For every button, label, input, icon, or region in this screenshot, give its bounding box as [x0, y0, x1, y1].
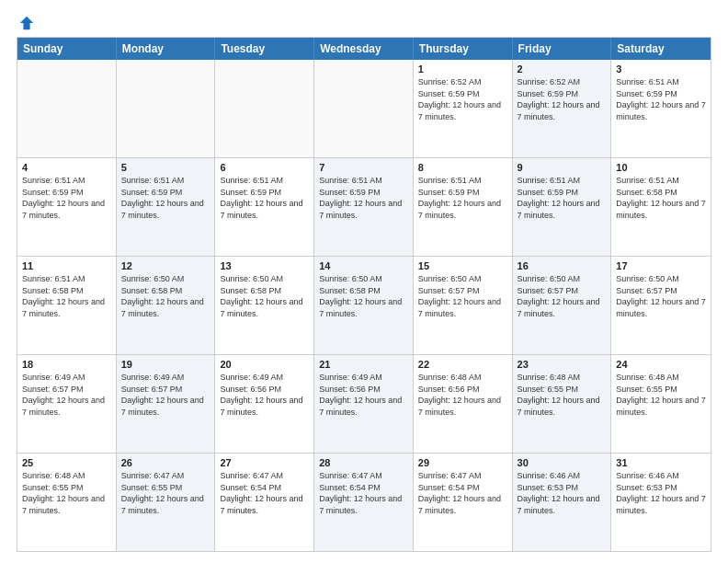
cal-cell: 20Sunrise: 6:49 AMSunset: 6:56 PMDayligh… — [215, 355, 314, 453]
cell-info: Sunrise: 6:50 AMSunset: 6:57 PMDaylight:… — [518, 273, 607, 319]
cal-cell: 17Sunrise: 6:50 AMSunset: 6:57 PMDayligh… — [611, 257, 711, 354]
cell-info: Sunrise: 6:48 AMSunset: 6:55 PMDaylight:… — [22, 470, 111, 516]
header-day-tuesday: Tuesday — [215, 38, 314, 60]
day-number: 16 — [518, 260, 607, 271]
cal-cell: 23Sunrise: 6:48 AMSunset: 6:55 PMDayligh… — [513, 355, 612, 453]
cal-cell: 28Sunrise: 6:47 AMSunset: 6:54 PMDayligh… — [314, 454, 414, 551]
cal-cell: 24Sunrise: 6:48 AMSunset: 6:55 PMDayligh… — [611, 355, 711, 453]
day-number: 2 — [518, 63, 607, 75]
cell-info: Sunrise: 6:49 AMSunset: 6:57 PMDaylight:… — [22, 372, 111, 418]
cell-info: Sunrise: 6:47 AMSunset: 6:55 PMDaylight:… — [121, 470, 210, 516]
logo-icon — [18, 15, 35, 31]
calendar-row-2: 11Sunrise: 6:51 AMSunset: 6:58 PMDayligh… — [17, 256, 711, 354]
cal-cell — [117, 60, 216, 157]
cell-info: Sunrise: 6:46 AMSunset: 6:53 PMDaylight:… — [616, 470, 706, 516]
cell-info: Sunrise: 6:50 AMSunset: 6:57 PMDaylight:… — [616, 273, 706, 319]
cell-info: Sunrise: 6:49 AMSunset: 6:57 PMDaylight:… — [121, 372, 210, 418]
cell-info: Sunrise: 6:51 AMSunset: 6:59 PMDaylight:… — [319, 175, 408, 221]
cell-info: Sunrise: 6:47 AMSunset: 6:54 PMDaylight:… — [220, 470, 309, 516]
header-day-sunday: Sunday — [17, 38, 117, 60]
day-number: 23 — [518, 359, 607, 370]
cal-cell: 19Sunrise: 6:49 AMSunset: 6:57 PMDayligh… — [117, 355, 216, 453]
cell-info: Sunrise: 6:46 AMSunset: 6:53 PMDaylight:… — [518, 470, 607, 516]
cell-info: Sunrise: 6:51 AMSunset: 6:59 PMDaylight:… — [418, 175, 507, 221]
cal-cell: 13Sunrise: 6:50 AMSunset: 6:58 PMDayligh… — [215, 257, 314, 354]
cell-info: Sunrise: 6:48 AMSunset: 6:56 PMDaylight:… — [418, 372, 507, 418]
day-number: 30 — [518, 457, 607, 468]
cal-cell: 4Sunrise: 6:51 AMSunset: 6:59 PMDaylight… — [17, 158, 117, 256]
svg-marker-0 — [20, 17, 33, 29]
day-number: 9 — [518, 162, 607, 173]
cell-info: Sunrise: 6:47 AMSunset: 6:54 PMDaylight:… — [319, 470, 408, 516]
cell-info: Sunrise: 6:47 AMSunset: 6:54 PMDaylight:… — [418, 470, 507, 516]
day-number: 15 — [418, 260, 507, 271]
cell-info: Sunrise: 6:51 AMSunset: 6:58 PMDaylight:… — [616, 175, 706, 221]
logo — [17, 15, 35, 28]
page: SundayMondayTuesdayWednesdayThursdayFrid… — [0, 0, 728, 563]
day-number: 4 — [22, 162, 111, 173]
cell-info: Sunrise: 6:50 AMSunset: 6:57 PMDaylight:… — [418, 273, 507, 319]
cal-cell: 14Sunrise: 6:50 AMSunset: 6:58 PMDayligh… — [314, 257, 414, 354]
calendar-body: 1Sunrise: 6:52 AMSunset: 6:59 PMDaylight… — [17, 60, 711, 551]
cal-cell: 21Sunrise: 6:49 AMSunset: 6:56 PMDayligh… — [314, 355, 414, 453]
header — [17, 15, 711, 28]
day-number: 5 — [121, 162, 210, 173]
cal-cell: 6Sunrise: 6:51 AMSunset: 6:59 PMDaylight… — [215, 158, 314, 256]
header-day-saturday: Saturday — [611, 38, 711, 60]
cal-cell — [215, 60, 314, 157]
cal-cell: 9Sunrise: 6:51 AMSunset: 6:59 PMDaylight… — [513, 158, 612, 256]
calendar-row-3: 18Sunrise: 6:49 AMSunset: 6:57 PMDayligh… — [17, 354, 711, 453]
calendar: SundayMondayTuesdayWednesdayThursdayFrid… — [17, 37, 711, 552]
day-number: 14 — [319, 260, 408, 271]
day-number: 3 — [616, 63, 706, 75]
cal-cell: 1Sunrise: 6:52 AMSunset: 6:59 PMDaylight… — [414, 60, 513, 157]
cal-cell: 11Sunrise: 6:51 AMSunset: 6:58 PMDayligh… — [17, 257, 117, 354]
cell-info: Sunrise: 6:50 AMSunset: 6:58 PMDaylight:… — [220, 273, 309, 319]
calendar-row-1: 4Sunrise: 6:51 AMSunset: 6:59 PMDaylight… — [17, 157, 711, 256]
day-number: 7 — [319, 162, 408, 173]
cal-cell: 30Sunrise: 6:46 AMSunset: 6:53 PMDayligh… — [513, 454, 612, 551]
cell-info: Sunrise: 6:51 AMSunset: 6:59 PMDaylight:… — [22, 175, 111, 221]
day-number: 22 — [418, 359, 507, 370]
day-number: 28 — [319, 457, 408, 468]
day-number: 18 — [22, 359, 111, 370]
cal-cell: 27Sunrise: 6:47 AMSunset: 6:54 PMDayligh… — [215, 454, 314, 551]
cell-info: Sunrise: 6:50 AMSunset: 6:58 PMDaylight:… — [121, 273, 210, 319]
cal-cell: 7Sunrise: 6:51 AMSunset: 6:59 PMDaylight… — [314, 158, 414, 256]
day-number: 17 — [616, 260, 706, 271]
day-number: 27 — [220, 457, 309, 468]
header-day-friday: Friday — [513, 38, 612, 60]
cell-info: Sunrise: 6:49 AMSunset: 6:56 PMDaylight:… — [220, 372, 309, 418]
cell-info: Sunrise: 6:48 AMSunset: 6:55 PMDaylight:… — [616, 372, 706, 418]
day-number: 6 — [220, 162, 309, 173]
cell-info: Sunrise: 6:51 AMSunset: 6:59 PMDaylight:… — [121, 175, 210, 221]
day-number: 10 — [616, 162, 706, 173]
cell-info: Sunrise: 6:51 AMSunset: 6:59 PMDaylight:… — [616, 76, 706, 122]
cell-info: Sunrise: 6:51 AMSunset: 6:59 PMDaylight:… — [518, 175, 607, 221]
header-day-monday: Monday — [117, 38, 216, 60]
cal-cell: 29Sunrise: 6:47 AMSunset: 6:54 PMDayligh… — [414, 454, 513, 551]
cell-info: Sunrise: 6:48 AMSunset: 6:55 PMDaylight:… — [518, 372, 607, 418]
cell-info: Sunrise: 6:52 AMSunset: 6:59 PMDaylight:… — [418, 76, 507, 122]
day-number: 26 — [121, 457, 210, 468]
calendar-row-4: 25Sunrise: 6:48 AMSunset: 6:55 PMDayligh… — [17, 453, 711, 551]
day-number: 21 — [319, 359, 408, 370]
calendar-row-0: 1Sunrise: 6:52 AMSunset: 6:59 PMDaylight… — [17, 60, 711, 157]
day-number: 12 — [121, 260, 210, 271]
cal-cell: 15Sunrise: 6:50 AMSunset: 6:57 PMDayligh… — [414, 257, 513, 354]
day-number: 24 — [616, 359, 706, 370]
cell-info: Sunrise: 6:52 AMSunset: 6:59 PMDaylight:… — [518, 76, 607, 122]
cal-cell: 12Sunrise: 6:50 AMSunset: 6:58 PMDayligh… — [117, 257, 216, 354]
day-number: 11 — [22, 260, 111, 271]
cell-info: Sunrise: 6:51 AMSunset: 6:58 PMDaylight:… — [22, 273, 111, 319]
cal-cell: 5Sunrise: 6:51 AMSunset: 6:59 PMDaylight… — [117, 158, 216, 256]
day-number: 29 — [418, 457, 507, 468]
cal-cell: 18Sunrise: 6:49 AMSunset: 6:57 PMDayligh… — [17, 355, 117, 453]
cell-info: Sunrise: 6:50 AMSunset: 6:58 PMDaylight:… — [319, 273, 408, 319]
day-number: 19 — [121, 359, 210, 370]
header-day-wednesday: Wednesday — [314, 38, 414, 60]
day-number: 13 — [220, 260, 309, 271]
cal-cell: 31Sunrise: 6:46 AMSunset: 6:53 PMDayligh… — [611, 454, 711, 551]
cal-cell: 22Sunrise: 6:48 AMSunset: 6:56 PMDayligh… — [414, 355, 513, 453]
day-number: 8 — [418, 162, 507, 173]
